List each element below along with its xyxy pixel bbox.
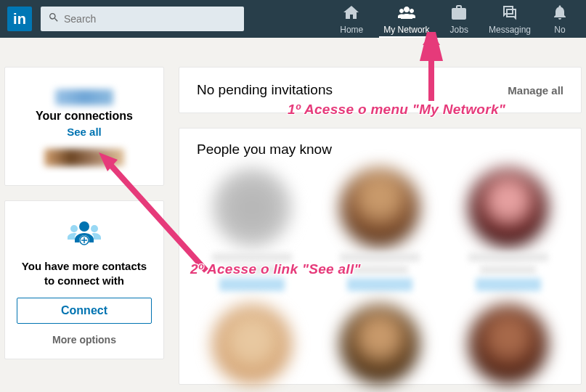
person-suggestion[interactable] xyxy=(197,304,307,384)
search-container[interactable] xyxy=(41,7,244,31)
avatar xyxy=(340,168,420,248)
top-nav-bar: in Home My Network Jobs Messaging No xyxy=(0,0,586,38)
jobs-icon xyxy=(450,4,468,25)
nav-menu: Home My Network Jobs Messaging No xyxy=(330,0,579,38)
annotation-arrow-up xyxy=(417,32,446,105)
avatar xyxy=(340,304,420,384)
svg-line-7 xyxy=(105,158,206,271)
avatar xyxy=(212,304,292,384)
messaging-icon xyxy=(501,4,518,25)
annotation-step-2: 2º Acesse o link "See all" xyxy=(190,261,361,277)
people-heading: People you may know xyxy=(197,142,563,158)
person-suggestion[interactable] xyxy=(453,304,563,384)
connect-button[interactable]: Connect xyxy=(17,298,152,324)
avatar xyxy=(468,304,548,384)
search-input[interactable] xyxy=(64,13,237,25)
nav-home[interactable]: Home xyxy=(330,0,373,38)
nav-label: Jobs xyxy=(450,25,468,35)
avatar xyxy=(468,168,548,248)
more-options-link[interactable]: More options xyxy=(17,334,152,346)
annotation-step-1: 1º Acesse o menu "My Network" xyxy=(288,102,505,118)
svg-point-0 xyxy=(79,221,89,232)
svg-point-1 xyxy=(70,225,78,232)
manage-all-link[interactable]: Manage all xyxy=(508,84,563,97)
person-info-blurred xyxy=(468,253,548,291)
nav-label: Messaging xyxy=(489,25,531,35)
nav-messaging[interactable]: Messaging xyxy=(479,0,541,38)
person-suggestion[interactable] xyxy=(453,168,563,291)
nav-label: No xyxy=(554,25,565,35)
connection-count-blurred xyxy=(55,89,113,105)
notifications-icon xyxy=(551,4,569,25)
avatar xyxy=(212,168,292,248)
nav-label: Home xyxy=(340,25,363,35)
home-icon xyxy=(343,4,360,25)
svg-marker-6 xyxy=(423,32,440,45)
see-all-link[interactable]: See all xyxy=(67,126,102,138)
people-card: People you may know xyxy=(179,128,582,385)
nav-notifications[interactable]: No xyxy=(541,0,579,38)
person-suggestion[interactable] xyxy=(325,304,435,384)
network-icon xyxy=(398,4,415,25)
connections-heading: Your connections xyxy=(17,110,152,123)
linkedin-logo[interactable]: in xyxy=(7,7,32,31)
search-icon xyxy=(48,12,64,26)
invitations-heading: No pending invitations xyxy=(197,82,333,98)
